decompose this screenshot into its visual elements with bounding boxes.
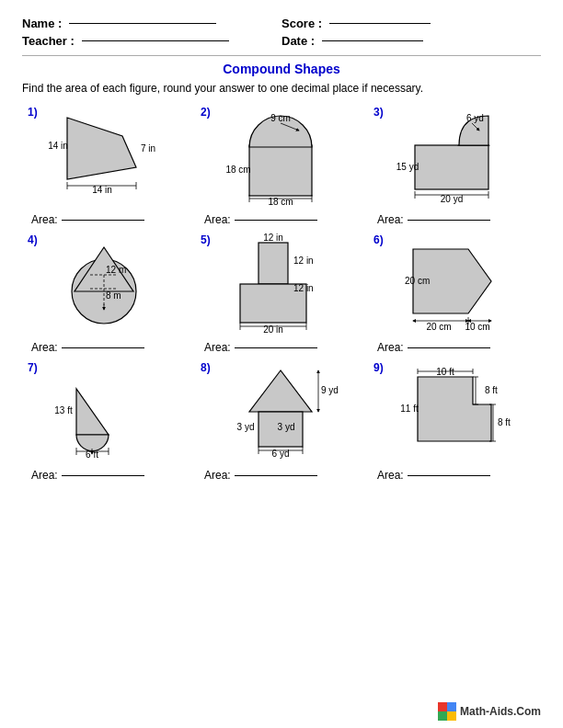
figure-8: 9 yd 3 yd 3 yd 6 yd — [201, 361, 362, 467]
area-3-label: Area: — [377, 213, 404, 226]
svg-text:12 in: 12 in — [293, 256, 314, 266]
problem-4: 4) 12 m 8 m — [22, 230, 195, 358]
date-row: Date : — [282, 34, 541, 48]
name-label: Name : — [22, 17, 62, 30]
svg-text:14 in: 14 in — [92, 185, 112, 195]
math-aids-logo: Math-Aids.Com — [438, 702, 541, 721]
area-3-input[interactable] — [408, 220, 490, 221]
svg-text:8 m: 8 m — [106, 290, 121, 301]
score-label: Score : — [282, 17, 322, 30]
area-8-label: Area: — [204, 469, 231, 482]
name-line[interactable] — [69, 23, 216, 24]
figure-3: 6 yd 15 yd 20 yd — [373, 106, 535, 211]
svg-text:14 in: 14 in — [48, 141, 68, 151]
teacher-label: Teacher : — [22, 34, 75, 48]
svg-text:11 ft: 11 ft — [400, 404, 419, 414]
svg-text:20 cm: 20 cm — [426, 322, 451, 332]
area-5: Area: — [201, 341, 362, 354]
area-2-input[interactable] — [235, 220, 317, 221]
problem-8: 8) 9 — [195, 358, 368, 485]
svg-text:18 cm: 18 cm — [225, 165, 250, 175]
svg-marker-54 — [249, 370, 312, 412]
area-1: Area: — [28, 213, 190, 226]
svg-rect-80 — [438, 711, 447, 721]
svg-rect-79 — [447, 702, 456, 711]
problem-5: 5) 12 in 12 in 12 in 20 in — [195, 230, 368, 358]
date-line[interactable] — [322, 40, 423, 41]
area-6-label: Area: — [377, 341, 404, 354]
svg-marker-64 — [418, 377, 491, 441]
svg-marker-0 — [67, 118, 136, 179]
svg-text:12 in: 12 in — [263, 233, 283, 243]
problem-7: 7) 13 ft 6 ft — [22, 358, 195, 485]
area-9-input[interactable] — [408, 475, 490, 476]
area-8: Area: — [201, 469, 362, 482]
area-8-input[interactable] — [235, 475, 317, 476]
area-9-label: Area: — [377, 469, 404, 482]
area-1-input[interactable] — [62, 220, 144, 221]
area-2-label: Area: — [204, 213, 231, 226]
figure-4: 12 m 8 m — [28, 233, 190, 339]
svg-text:8 ft: 8 ft — [498, 417, 511, 427]
svg-marker-47 — [76, 389, 109, 435]
area-9: Area: — [373, 469, 535, 482]
svg-text:10 cm: 10 cm — [465, 322, 489, 332]
area-6: Area: — [373, 341, 535, 354]
svg-text:9 cm: 9 cm — [270, 113, 291, 123]
area-2: Area: — [201, 213, 362, 226]
svg-text:10 ft: 10 ft — [436, 367, 454, 377]
area-4: Area: — [28, 341, 190, 354]
problem-9: 9) 10 ft 8 ft 11 ft — [368, 358, 541, 485]
footer: Math-Aids.Com — [438, 702, 541, 721]
score-line[interactable] — [329, 23, 431, 24]
figure-9: 10 ft 8 ft 11 ft 8 ft — [373, 361, 535, 467]
header: Name : Score : Teacher : Date : — [22, 17, 541, 48]
logo-icon — [438, 702, 456, 721]
svg-text:20 yd: 20 yd — [441, 194, 463, 204]
page-title: Compound Shapes — [22, 62, 541, 76]
svg-text:8 ft: 8 ft — [485, 385, 498, 395]
svg-text:9 yd: 9 yd — [321, 385, 339, 395]
svg-text:6 yd: 6 yd — [466, 113, 484, 123]
area-5-input[interactable] — [235, 347, 317, 348]
teacher-row: Teacher : — [22, 34, 282, 48]
figure-1: 14 in 7 in 14 in — [28, 106, 190, 211]
name-row: Name : — [22, 17, 282, 30]
instructions: Find the area of each figure, round your… — [22, 82, 541, 95]
svg-rect-15 — [415, 145, 488, 189]
svg-rect-81 — [447, 711, 456, 721]
area-5-label: Area: — [204, 341, 231, 354]
site-label: Math-Aids.Com — [460, 705, 541, 718]
date-label: Date : — [282, 34, 315, 48]
problem-6: 6) 20 cm — [368, 230, 541, 358]
svg-text:3 yd: 3 yd — [278, 422, 295, 432]
figure-2: 9 cm 18 cm 18 cm — [201, 106, 362, 211]
problems-grid: 1) 14 in — [22, 102, 541, 485]
page: Name : Score : Teacher : Date : Compound… — [0, 0, 563, 728]
svg-text:7 in: 7 in — [141, 143, 155, 154]
svg-text:3 yd: 3 yd — [237, 422, 255, 432]
figure-5: 12 in 12 in 12 in 20 in — [201, 233, 362, 339]
area-4-input[interactable] — [62, 347, 144, 348]
area-3: Area: — [373, 213, 535, 226]
svg-text:13 ft: 13 ft — [54, 405, 73, 415]
area-6-input[interactable] — [408, 347, 490, 348]
problem-1: 1) 14 in — [22, 102, 195, 230]
svg-text:12 m: 12 m — [106, 265, 126, 275]
area-7-label: Area: — [31, 469, 58, 482]
svg-rect-78 — [438, 702, 447, 711]
area-4-label: Area: — [31, 341, 58, 354]
header-divider — [22, 55, 541, 56]
teacher-line[interactable] — [82, 40, 229, 41]
svg-text:15 yd: 15 yd — [396, 162, 419, 172]
svg-text:12 in: 12 in — [293, 283, 314, 293]
svg-rect-31 — [259, 243, 288, 284]
score-row: Score : — [282, 17, 541, 30]
area-7-input[interactable] — [62, 475, 144, 476]
figure-6: 20 cm 20 cm 10 cm — [373, 233, 535, 339]
problem-3: 3) 6 yd — [368, 102, 541, 230]
svg-text:20 cm: 20 cm — [405, 276, 430, 286]
figure-7: 13 ft 6 ft — [28, 361, 190, 467]
area-7: Area: — [28, 469, 190, 482]
svg-rect-7 — [249, 145, 312, 196]
